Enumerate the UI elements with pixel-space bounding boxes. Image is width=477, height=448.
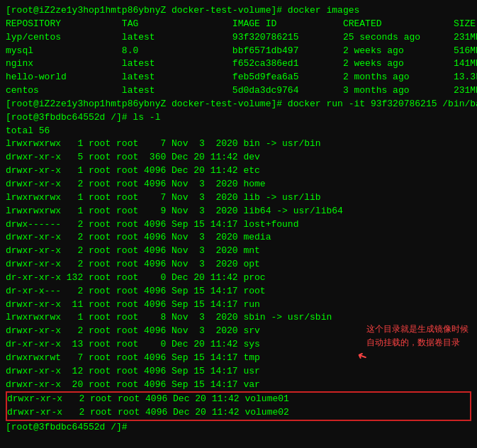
ls-row-bin: lrwxrwxrwx 1 root root 7 Nov 3 2020 bin … [6,138,471,151]
ls-row-home: drwxr-xr-x 2 root root 4096 Nov 3 2020 h… [6,178,471,191]
cmd-line-1: [root@iZ2ze1y3hop1hmtp86ybnyZ docker-tes… [6,4,471,18]
cmd-line-2: [root@iZ2ze1y3hop1hmtp86ybnyZ docker-tes… [6,98,471,111]
ls-row-dev: drwxr-xr-x 5 root root 360 Dec 20 11:42 … [6,151,471,164]
ls-row-var: drwxr-xr-x 20 root root 4096 Sep 15 14:1… [6,379,471,392]
table-row-centos: centos latest 5d0da3dc9764 3 months ago … [6,84,471,98]
table-row-hello: hello-world latest feb5d9fea6a5 2 months… [6,71,471,84]
table-header: REPOSITORY TAG IMAGE ID CREATED SIZE [6,18,471,31]
ls-row-lost: drwx------ 2 root root 4096 Sep 15 14:17… [6,218,471,232]
table-row-lyp: lyp/centos latest 93f320786215 25 second… [6,31,471,45]
table-row-nginx: nginx latest f652ca386ed1 2 weeks ago 14… [6,57,471,71]
cmd-line-4[interactable]: [root@3fbdbc64552d /]# [6,421,471,435]
ls-row-lib: lrwxrwxrwx 1 root root 7 Nov 3 2020 lib … [6,191,471,205]
cmd-line-3: [root@3fbdbc64552d /]# ls -l [6,111,471,125]
ls-row-media: drwxr-xr-x 2 root root 4096 Nov 3 2020 m… [6,231,471,245]
ls-row-mnt: drwxr-xr-x 2 root root 4096 Nov 3 2020 m… [6,245,471,258]
ls-row-volume01: drwxr-xr-x 2 root root 4096 Dec 20 11:42… [7,393,470,406]
annotation-line2: 自动挂载的，数据卷目录 [366,338,460,348]
ls-row-etc: drwxr-xr-x 1 root root 4096 Dec 20 11:42… [6,164,471,178]
ls-total: total 56 [6,125,471,138]
table-row-mysql: mysql 8.0 bbf6571db497 2 weeks ago 516MB [6,45,471,58]
ls-row-volume02: drwxr-xr-x 2 root root 4096 Dec 20 11:42… [7,406,470,420]
ls-row-usr: drwxr-xr-x 12 root root 4096 Sep 15 14:1… [6,365,471,379]
annotation: 这个目录就是生成镜像时候 自动挂载的，数据卷目录 [366,323,468,350]
ls-row-run: drwxr-xr-x 11 root root 4096 Sep 15 14:1… [6,298,471,312]
ls-row-proc: dr-xr-xr-x 132 root root 0 Dec 20 11:42 … [6,271,471,285]
ls-row-root: dr-xr-x--- 2 root root 4096 Sep 15 14:17… [6,285,471,298]
terminal: [root@iZ2ze1y3hop1hmtp86ybnyZ docker-tes… [0,0,477,448]
annotation-line1: 这个目录就是生成镜像时候 [366,325,468,335]
ls-row-lib64: lrwxrwxrwx 1 root root 9 Nov 3 2020 lib6… [6,205,471,218]
ls-row-opt: drwxr-xr-x 2 root root 4096 Nov 3 2020 o… [6,258,471,271]
ls-row-tmp: drwxrwxrwt 7 root root 4096 Sep 15 14:17… [6,352,471,365]
